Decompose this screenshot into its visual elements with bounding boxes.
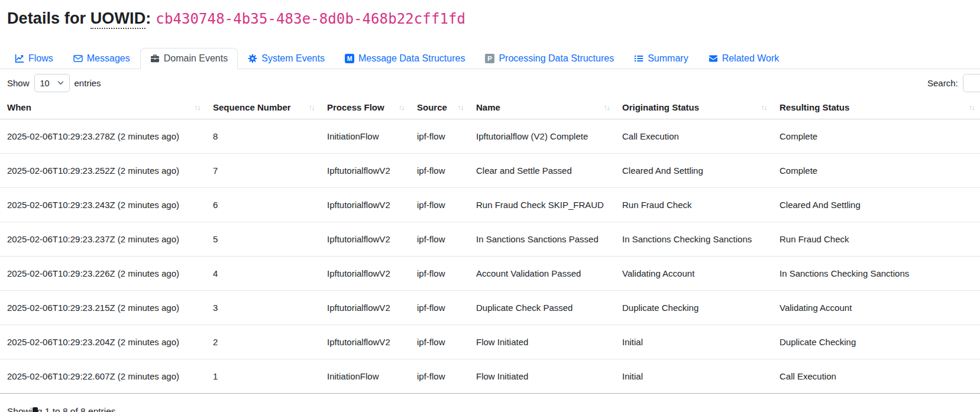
tab-system-events[interactable]: System Events <box>238 48 335 69</box>
table-header: When↑↓ Sequence Number↑↓ Process Flow↑↓ … <box>0 96 980 119</box>
table-info: Showing 1 to 8 of 8 entries <box>7 406 980 412</box>
cell-source: ipf-flow <box>410 325 469 359</box>
cell-resulting-status: Call Execution <box>772 359 980 394</box>
domain-events-table: When↑↓ Sequence Number↑↓ Process Flow↑↓ … <box>0 96 980 394</box>
cell-resulting-status: Complete <box>772 154 980 188</box>
table-row: 2025-02-06T10:29:23.278Z (2 minutes ago)… <box>0 119 980 154</box>
page-length-select[interactable]: 10 <box>34 74 70 92</box>
cell-name: Duplicate Check Passed <box>469 291 615 325</box>
cell-originating-status: Call Execution <box>615 119 772 154</box>
chart-line-icon <box>15 54 24 63</box>
cell-name: Clear and Settle Passed <box>469 154 615 188</box>
tab-summary-label: Summary <box>648 53 688 64</box>
column-header-process-flow[interactable]: Process Flow↑↓ <box>320 96 410 119</box>
page-length-control: Show 10 entries <box>7 74 101 92</box>
search-input[interactable] <box>963 74 980 92</box>
cell-source: ipf-flow <box>410 188 469 222</box>
sort-icon: ↑↓ <box>458 103 464 112</box>
cell-process-flow: IpftutorialflowV2 <box>320 257 410 291</box>
table-row: 2025-02-06T10:29:23.243Z (2 minutes ago)… <box>0 188 980 222</box>
show-label: Show <box>7 78 30 88</box>
tab-summary[interactable]: Summary <box>624 48 698 69</box>
tab-messages[interactable]: Messages <box>63 48 140 69</box>
cell-sequence-number: 5 <box>206 222 320 257</box>
cell-process-flow: IpftutorialflowV2 <box>320 291 410 325</box>
tab-messages-label: Messages <box>87 53 130 64</box>
tab-flows-label: Flows <box>28 53 53 64</box>
cell-sequence-number: 6 <box>206 188 320 222</box>
page-title-prefix: Details for <box>7 9 90 27</box>
cell-source: ipf-flow <box>410 257 469 291</box>
cell-when: 2025-02-06T10:29:23.215Z (2 minutes ago) <box>0 291 206 325</box>
cell-when: 2025-02-06T10:29:23.226Z (2 minutes ago) <box>0 257 206 291</box>
briefcase-icon <box>150 54 160 63</box>
cell-sequence-number: 7 <box>206 154 320 188</box>
cell-source: ipf-flow <box>410 119 469 154</box>
table-row: 2025-02-06T10:29:23.226Z (2 minutes ago)… <box>0 257 980 291</box>
cell-process-flow: IpftutorialflowV2 <box>320 188 410 222</box>
cell-process-flow: IpftutorialflowV2 <box>320 154 410 188</box>
column-header-originating-status[interactable]: Originating Status↑↓ <box>615 96 772 119</box>
column-header-resulting-status[interactable]: Resulting Status↑↓ <box>772 96 980 119</box>
cell-originating-status: Initial <box>615 325 772 359</box>
cell-originating-status: Validating Account <box>615 257 772 291</box>
cell-resulting-status: Complete <box>772 119 980 154</box>
tab-related-work-label: Related Work <box>722 53 780 64</box>
tab-processing-data-structures[interactable]: P Processing Data Structures <box>475 48 624 69</box>
cell-originating-status: In Sanctions Checking Sanctions <box>615 222 772 257</box>
cell-name: Account Validation Passed <box>469 257 615 291</box>
table-row: 2025-02-06T10:29:23.215Z (2 minutes ago)… <box>0 291 980 325</box>
cell-process-flow: IpftutorialflowV2 <box>320 222 410 257</box>
cell-when: 2025-02-06T10:29:23.243Z (2 minutes ago) <box>0 188 206 222</box>
tooltip-fragment <box>33 407 38 412</box>
tab-system-events-label: System Events <box>261 53 325 64</box>
cell-when: 2025-02-06T10:29:23.237Z (2 minutes ago) <box>0 222 206 257</box>
envelope-icon <box>73 54 83 63</box>
sort-icon: ↑↓ <box>969 103 975 112</box>
tab-message-data-structures[interactable]: M Message Data Structures <box>335 48 476 69</box>
page-length-value: 10 <box>40 79 50 88</box>
cell-sequence-number: 1 <box>206 359 320 394</box>
cell-when: 2025-02-06T10:29:22.607Z (2 minutes ago) <box>0 359 206 394</box>
list-icon <box>634 54 643 63</box>
cell-when: 2025-02-06T10:29:23.278Z (2 minutes ago) <box>0 119 206 154</box>
table-row: 2025-02-06T10:29:23.252Z (2 minutes ago)… <box>0 154 980 188</box>
cell-originating-status: Cleared And Settling <box>615 154 772 188</box>
cell-resulting-status: Duplicate Checking <box>772 325 980 359</box>
tab-flows[interactable]: Flows <box>5 48 63 69</box>
cell-source: ipf-flow <box>410 154 469 188</box>
svg-text:P: P <box>488 55 493 62</box>
datatable-controls: Show 10 entries Search: <box>0 69 980 96</box>
table-body: 2025-02-06T10:29:23.278Z (2 minutes ago)… <box>0 119 980 394</box>
sort-icon: ↑↓ <box>399 103 405 112</box>
cell-source: ipf-flow <box>410 222 469 257</box>
gear-icon <box>248 54 257 63</box>
cell-originating-status: Initial <box>615 359 772 394</box>
tab-bar: Flows Messages Domain Events System Even… <box>0 48 980 69</box>
page-title-colon: : <box>145 9 151 27</box>
chevron-down-icon <box>57 81 64 85</box>
table-row: 2025-02-06T10:29:23.237Z (2 minutes ago)… <box>0 222 980 257</box>
sort-icon: ↑↓ <box>309 103 315 112</box>
search-label: Search: <box>927 78 958 88</box>
cell-source: ipf-flow <box>410 359 469 394</box>
cell-source: ipf-flow <box>410 291 469 325</box>
cell-sequence-number: 8 <box>206 119 320 154</box>
cell-name: Ipftutorialflow (V2) Complete <box>469 119 615 154</box>
cell-originating-status: Duplicate Checking <box>615 291 772 325</box>
cell-when: 2025-02-06T10:29:23.204Z (2 minutes ago) <box>0 325 206 359</box>
column-header-name[interactable]: Name↑↓ <box>469 96 615 119</box>
tab-related-work[interactable]: Related Work <box>698 48 790 69</box>
cell-originating-status: Run Fraud Check <box>615 188 772 222</box>
m-square-icon: M <box>345 54 354 63</box>
cell-name: Flow Initiated <box>469 359 615 394</box>
column-header-sequence-number[interactable]: Sequence Number↑↓ <box>206 96 320 119</box>
cell-process-flow: IpftutorialflowV2 <box>320 325 410 359</box>
envelope-fill-icon <box>709 54 718 63</box>
tab-domain-events[interactable]: Domain Events <box>140 48 238 69</box>
table-row: 2025-02-06T10:29:22.607Z (2 minutes ago)… <box>0 359 980 394</box>
column-header-source[interactable]: Source↑↓ <box>410 96 469 119</box>
tab-domain-events-label: Domain Events <box>164 53 228 64</box>
entries-label: entries <box>75 78 101 88</box>
column-header-when[interactable]: When↑↓ <box>0 96 206 119</box>
